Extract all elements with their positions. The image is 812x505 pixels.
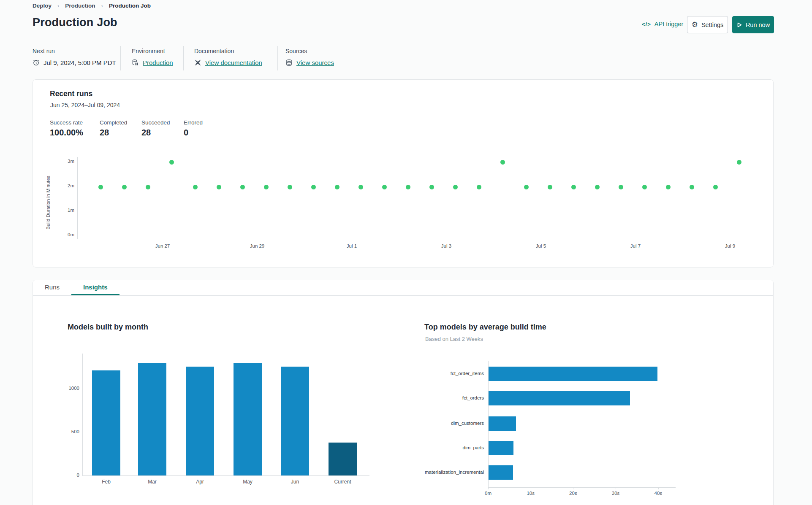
- mbm-bar-jun: [281, 367, 309, 475]
- run-data-point: [666, 185, 671, 189]
- breadcrumb-separator-icon: ›: [57, 3, 59, 9]
- next-run-label: Next run: [33, 48, 55, 54]
- stat-label: Succeeded: [141, 119, 170, 126]
- run-data-point: [98, 185, 103, 189]
- scatter-x-tick: Jul 3: [434, 243, 459, 248]
- top-model-label: materialization_incremental: [399, 470, 484, 475]
- scatter-y-axis-line: [77, 157, 78, 239]
- run-data-point: [571, 185, 576, 189]
- run-data-point: [193, 185, 198, 189]
- scatter-x-tick: Jul 9: [717, 243, 743, 248]
- scatter-y-axis-title: Build Duration in Minutes: [46, 160, 52, 245]
- breadcrumb-separator-icon: ›: [101, 3, 103, 9]
- scatter-x-tick: Jun 27: [150, 243, 175, 248]
- top-x-tick: 30s: [605, 491, 626, 496]
- stat-value: 28: [100, 128, 127, 138]
- breadcrumb-item-production[interactable]: Production: [65, 3, 95, 9]
- next-run-value: Jul 9, 2024, 5:00 PM PDT: [43, 59, 116, 66]
- api-trigger-link[interactable]: </> API trigger: [642, 21, 683, 27]
- run-data-point: [311, 185, 316, 189]
- view-sources-link[interactable]: View sources: [296, 59, 334, 66]
- top-x-tick: 40s: [648, 491, 669, 496]
- stat-value: 0: [184, 128, 203, 138]
- mbm-bar-apr: [186, 367, 214, 475]
- top-model-bar-fct_orders: [489, 391, 630, 405]
- page-title: Production Job: [33, 16, 117, 29]
- top-x-tick-mark: [658, 487, 659, 489]
- run-data-point: [335, 185, 339, 189]
- run-data-point: [737, 160, 741, 165]
- mbm-y-tick: 500: [59, 429, 79, 434]
- stat-label: Errored: [184, 119, 203, 126]
- scatter-y-tick: 1m: [62, 208, 74, 213]
- run-data-point: [713, 185, 718, 189]
- mbm-y-tick: 0: [59, 473, 79, 478]
- top-model-bar-materialization_incremental: [489, 465, 513, 480]
- breadcrumb-item-deploy[interactable]: Deploy: [33, 3, 52, 9]
- production-job-page: Deploy›Production›Production Job Product…: [0, 0, 812, 505]
- tab-runs[interactable]: Runs: [33, 280, 71, 295]
- run-now-button[interactable]: Run now: [732, 16, 774, 33]
- stat-success-rate: Success rate100.00%: [50, 119, 83, 138]
- scatter-x-tick: Jun 29: [244, 243, 270, 248]
- divider: [183, 46, 184, 70]
- run-data-point: [524, 185, 529, 189]
- scatter-y-tick: 3m: [62, 159, 74, 164]
- dbt-docs-icon: [194, 59, 201, 66]
- settings-label: Settings: [701, 22, 723, 28]
- alarm-clock-icon: [33, 59, 40, 66]
- environment-link[interactable]: Production: [143, 59, 173, 66]
- run-data-point: [406, 185, 410, 189]
- recent-runs-title: Recent runs: [50, 89, 92, 98]
- breadcrumb-item-production-job: Production Job: [109, 3, 151, 9]
- settings-button[interactable]: ⚙ Settings: [687, 16, 728, 33]
- run-data-point: [240, 185, 245, 189]
- scatter-x-tick: Jul 1: [339, 243, 364, 248]
- mbm-x-tick: Jun: [278, 479, 312, 485]
- stat-succeeded: Succeeded28: [141, 119, 170, 138]
- stat-label: Completed: [100, 119, 127, 126]
- stat-completed: Completed28: [100, 119, 127, 138]
- next-run-value-row: Jul 9, 2024, 5:00 PM PDT: [33, 59, 116, 66]
- top-model-label: fct_order_items: [399, 371, 484, 376]
- stat-label: Success rate: [50, 119, 83, 126]
- environment-value-row: Production: [132, 59, 173, 66]
- gear-icon: ⚙: [692, 21, 698, 28]
- mbm-bar-may: [234, 363, 262, 475]
- run-data-point: [217, 185, 221, 189]
- api-trigger-label: API trigger: [654, 21, 684, 27]
- sources-database-icon: [285, 59, 293, 66]
- models-built-title: Models built by month: [68, 323, 148, 332]
- mbm-bar-current: [329, 443, 357, 475]
- recent-runs-card: [33, 79, 774, 267]
- top-x-tick-mark: [531, 487, 531, 489]
- top-model-bar-dim_parts: [489, 441, 513, 455]
- top-x-tick: 0m: [478, 491, 499, 496]
- top-models-title: Top models by average build time: [424, 323, 546, 332]
- top-model-bar-dim_customers: [489, 416, 516, 431]
- run-data-point: [548, 185, 552, 189]
- run-data-point: [358, 185, 363, 189]
- mbm-x-tick: Current: [326, 479, 360, 485]
- top-model-label: fct_orders: [399, 395, 484, 400]
- mbm-bar-mar: [138, 363, 166, 475]
- mbm-x-tick: Mar: [136, 479, 169, 485]
- run-data-point: [264, 185, 269, 189]
- top-models-subtitle: Based on Last 2 Weeks: [425, 336, 483, 342]
- stat-value: 28: [141, 128, 170, 138]
- run-now-label: Run now: [746, 22, 770, 28]
- top-x-tick-mark: [573, 487, 573, 489]
- recent-runs-date-range: Jun 25, 2024–Jul 09, 2024: [50, 102, 120, 108]
- stat-errored: Errored0: [184, 119, 203, 138]
- divider: [120, 46, 121, 70]
- top-model-label: dim_parts: [399, 445, 484, 450]
- scatter-y-tick: 2m: [62, 183, 74, 188]
- top-models-x-axis-line: [488, 487, 676, 488]
- scatter-x-axis-line: [77, 239, 766, 239]
- view-documentation-link[interactable]: View documentation: [205, 59, 262, 66]
- run-data-point: [122, 185, 127, 189]
- run-data-point: [429, 185, 434, 189]
- tab-insights[interactable]: Insights: [71, 280, 119, 295]
- scatter-x-tick: Jul 7: [623, 243, 648, 248]
- run-data-point: [500, 160, 505, 165]
